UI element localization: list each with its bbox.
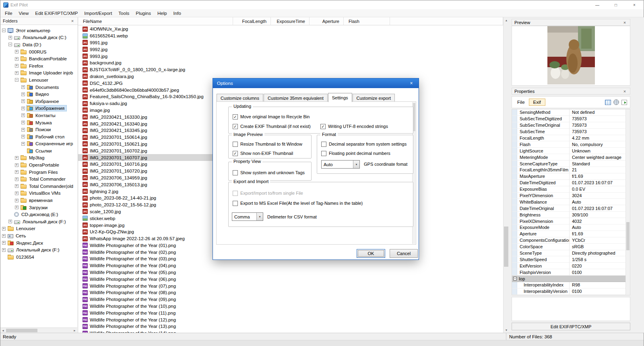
menu-item-view[interactable]: View	[16, 10, 32, 17]
tree-item[interactable]: +Избранное	[0, 98, 78, 105]
tree-item[interactable]: 0123654	[0, 253, 78, 261]
checkbox-show-non-exif-thumbnail[interactable]: ✓Show non-EXIF Thumbnail	[233, 150, 293, 156]
tab-file[interactable]: File	[515, 99, 527, 105]
tree-item[interactable]: +Локальный диск (C:)	[0, 34, 78, 41]
scroll-down-icon[interactable]: ▼	[504, 327, 509, 333]
checkbox-show-system-and-unknown-tags[interactable]: Show system and unknown Tags	[233, 170, 305, 175]
tab-exif[interactable]: Exif	[529, 99, 545, 106]
column-header-exposuretime[interactable]: ExposureTime	[271, 17, 310, 25]
tree-item[interactable]: +Firefox	[0, 62, 78, 70]
tree-expander-icon[interactable]: +	[21, 128, 25, 132]
property-row[interactable]: MeteringModeCenter weighted average	[512, 154, 630, 161]
file-row[interactable]: JPGBJSTGXToWF_0_0_1800_1200_0_x-large.jp…	[78, 66, 503, 73]
dropdown-arrow-icon[interactable]: ▼	[256, 213, 263, 220]
checkbox-move-original-image-to-recycle-bin[interactable]: ✓Move original Image to Recycle Bin	[233, 114, 310, 119]
property-row[interactable]: SubSecTimeDigitized735973	[512, 116, 630, 122]
property-row[interactable]: PixelXDimension4032	[512, 218, 630, 224]
scrollbar-thumb[interactable]	[6, 329, 37, 332]
tree-item[interactable]: +Total Commander(old	[0, 183, 78, 190]
tree-item[interactable]: +OperaPortable	[0, 161, 78, 169]
tree-expander-icon[interactable]: +	[15, 177, 19, 181]
tree-expander-icon[interactable]: +	[21, 99, 25, 103]
file-row[interactable]: PNGWildlife Photographer of the Year (10…	[78, 303, 503, 310]
property-row[interactable]: InteroperabilityVersion0100	[512, 288, 630, 295]
file-row[interactable]: JPG9991.jpg	[78, 39, 503, 46]
property-row[interactable]: ExposureModeAuto	[512, 224, 630, 231]
tree-item[interactable]: +Загрузки	[0, 204, 78, 211]
property-row[interactable]: ColorSpacesRGB	[512, 244, 630, 250]
properties-scrollbar[interactable]	[625, 109, 630, 295]
tree-item[interactable]: +Изображения	[0, 105, 78, 112]
file-row[interactable]: JPG9993.jpg	[78, 53, 503, 60]
dialog-close-button[interactable]: ×	[405, 79, 417, 87]
file-row[interactable]: PNGWildlife Photographer of the Year (07…	[78, 282, 503, 289]
csv-delimiter-select[interactable]: Comma ▼	[232, 212, 263, 221]
tree-expander-icon[interactable]: +	[21, 107, 25, 110]
globe-icon[interactable]	[613, 99, 619, 105]
menu-item-help[interactable]: Help	[154, 10, 170, 17]
tree-item[interactable]: +Поиски	[0, 126, 78, 133]
tree-item[interactable]: +Музыка	[0, 119, 78, 126]
property-row[interactable]: ExposureBias0.0 EV	[512, 186, 630, 193]
property-row[interactable]: InteroperabilityIndexR98	[512, 282, 630, 288]
tree-expander-icon[interactable]: +	[21, 93, 25, 96]
tree-expander-icon[interactable]: −	[15, 78, 19, 82]
tree-expander-icon[interactable]: +	[15, 170, 19, 174]
edit-exif-button[interactable]: Edit EXIF/IPTC/XMP	[512, 323, 630, 330]
tree-item[interactable]: CD-дисковод (E:)	[0, 211, 78, 218]
folders-close-icon[interactable]: ×	[70, 19, 75, 23]
collapse-icon[interactable]: −	[513, 277, 517, 280]
tree-item[interactable]: +Сеть	[0, 232, 78, 239]
tree-item[interactable]: +Видео	[0, 91, 78, 98]
tab-settings[interactable]: Settings	[328, 93, 352, 102]
file-row[interactable]: 6615652641.webp	[78, 33, 503, 39]
property-row[interactable]: FocalLengthIn35mmFilm21	[512, 167, 630, 173]
properties-close-icon[interactable]: ×	[622, 89, 627, 94]
close-button[interactable]: ×	[625, 0, 644, 9]
tree-expander-icon[interactable]: +	[21, 135, 25, 138]
tree-expander-icon[interactable]: +	[8, 36, 12, 39]
ok-button[interactable]: OK	[357, 249, 385, 258]
property-row[interactable]: FlashNo, compulsory	[512, 141, 630, 148]
scroll-right-icon[interactable]: ►	[72, 328, 77, 333]
tree-item[interactable]: +Контакты	[0, 112, 78, 119]
tree-expander-icon[interactable]: +	[15, 50, 19, 54]
tree-expander-icon[interactable]: +	[15, 206, 19, 209]
tree-expander-icon[interactable]: +	[15, 199, 19, 202]
tree-expander-icon[interactable]: −	[2, 29, 6, 32]
tree-expander-icon[interactable]: +	[15, 71, 19, 75]
file-row[interactable]: PNGWildlife Photographer of the Year (08…	[78, 289, 503, 296]
checkbox-export-to-ms-excel[interactable]: Export to MS Excel File(At the level of …	[233, 200, 363, 206]
tree-item[interactable]: +Яндекс.Диск	[0, 239, 78, 247]
tree-item[interactable]: +Total Commander	[0, 175, 78, 183]
property-group-row[interactable]: −Iop	[512, 276, 630, 282]
tree-expander-icon[interactable]: +	[2, 241, 6, 245]
property-row[interactable]: SensingMethodNot defined	[512, 109, 630, 116]
tree-item[interactable]: +Documents	[0, 84, 78, 91]
tree-item[interactable]: −Lenouser	[0, 76, 78, 84]
tree-expander-icon[interactable]: +	[2, 227, 6, 231]
dropdown-arrow-icon[interactable]: ▼	[353, 161, 359, 168]
property-row[interactable]: PixelYDimension3024	[512, 193, 630, 199]
file-row[interactable]: JPGbackground.jpg	[78, 60, 503, 66]
scroll-up-icon[interactable]: ▲	[504, 17, 509, 23]
tree-item[interactable]: Ссылки	[0, 147, 78, 154]
property-row[interactable]: DateTimeOriginal01.07.2023 16:07:07	[512, 205, 630, 212]
column-header-blank[interactable]	[390, 17, 503, 25]
scrollbar-thumb[interactable]	[626, 222, 630, 250]
folders-horizontal-scrollbar[interactable]: ◄ ►	[0, 327, 77, 333]
tree-expander-icon[interactable]: +	[8, 220, 12, 223]
tree-item[interactable]: +Lenouser	[0, 225, 78, 233]
maximize-button[interactable]: □	[607, 0, 625, 9]
tree-item[interactable]: −Data (D:)	[0, 41, 78, 48]
scrollbar-thumb[interactable]	[504, 227, 508, 267]
tree-item[interactable]: +Рабочий стол	[0, 133, 78, 140]
menu-item-tools[interactable]: Tools	[115, 10, 132, 17]
tree-item[interactable]: +Mp3tag	[0, 154, 78, 162]
menu-item-import-export[interactable]: Import/Export	[81, 10, 115, 17]
property-row[interactable]: WhiteBalanceAuto	[512, 199, 630, 205]
property-row[interactable]: DateTimeDigitized01.07.2023 16:07:07	[512, 180, 630, 186]
file-row[interactable]: PNGWildlife Photographer of the Year (14…	[78, 330, 503, 333]
tree-expander-icon[interactable]: +	[21, 121, 25, 124]
checkbox-writing-utf8-encoded-strings[interactable]: ✓Writing UTF-8 encoded strings	[320, 124, 388, 129]
